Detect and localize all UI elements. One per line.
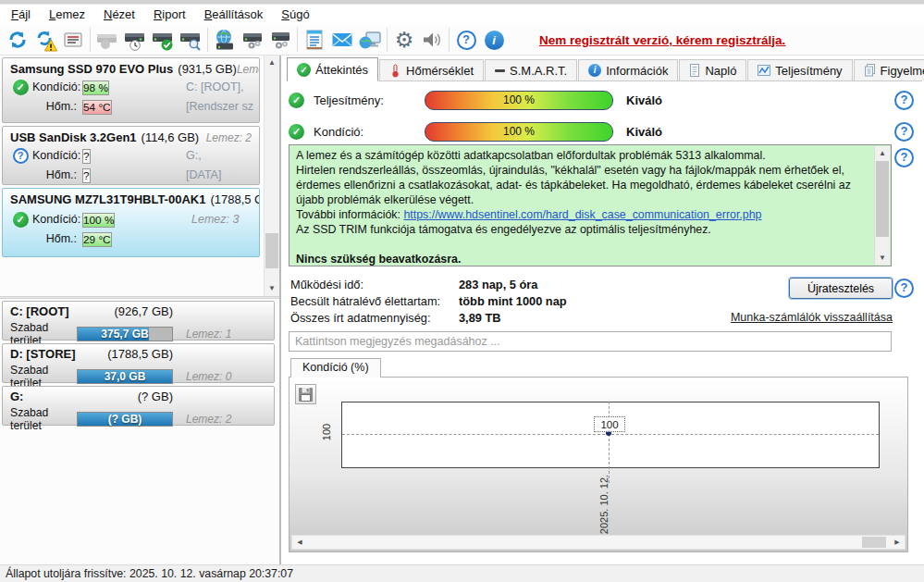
- retest-button[interactable]: Újratesztelés: [789, 278, 893, 299]
- disk-title: USB SanDisk 3.2Gen1: [10, 130, 137, 144]
- condition-rating: Kiváló: [626, 125, 662, 139]
- free-space-bar: 375,7 GB: [77, 327, 173, 341]
- scrollbar-thumb[interactable]: [265, 233, 278, 268]
- tab-information[interactable]: i Információk: [578, 59, 678, 80]
- menu-bar: Fájl Lemez Nézet Riport Beállítások Súgó: [0, 5, 924, 25]
- message-line: újabb problémák elkerülése végett.: [296, 192, 867, 207]
- help-icon[interactable]: ?: [452, 26, 480, 54]
- tab-temperature[interactable]: Hőmérséklet: [379, 59, 484, 80]
- disk-volume-note: [DATA]: [186, 168, 253, 181]
- chart-tab-condition[interactable]: Kondíció (%): [290, 358, 381, 378]
- partition-item-g[interactable]: G: (? GB) Szabad terület (? GB) Lemez: 2: [2, 386, 275, 426]
- refresh-warning-icon[interactable]: [31, 26, 59, 54]
- menu-report[interactable]: Riport: [144, 5, 195, 25]
- reset-counters-link[interactable]: Munka-számlálók visszaállítása: [670, 311, 893, 324]
- comment-input[interactable]: [289, 331, 892, 352]
- power-on-time-label: Működési idő:: [290, 278, 459, 291]
- scroll-left-icon[interactable]: ◀: [292, 536, 307, 549]
- disk-item-2[interactable]: USB SanDisk 3.2Gen1 (114,6 GB) Lemez: 2 …: [2, 126, 260, 185]
- scroll-up-icon[interactable]: ▲: [265, 56, 279, 70]
- report-icon[interactable]: [59, 26, 87, 54]
- menu-help[interactable]: Súgó: [272, 5, 318, 25]
- scroll-down-icon[interactable]: ▼: [265, 281, 279, 296]
- disk-tools-icon[interactable]: [266, 26, 294, 54]
- tab-smart[interactable]: S.M.A.R.T.: [485, 59, 577, 80]
- performance-row: ✓ Teljesítmény: 100 % Kiváló: [289, 89, 662, 111]
- disk-surface-test-icon[interactable]: [177, 26, 204, 54]
- scroll-up-icon[interactable]: ▲: [875, 146, 890, 160]
- temp-bar: 29 °C: [82, 232, 112, 247]
- toolbar-separator: [449, 28, 450, 52]
- message-line: A lemez és a számítógép közötti adatkapc…: [296, 148, 867, 163]
- disk-item-1[interactable]: Samsung SSD 970 EVO Plus (931,5 GB) Leme…: [2, 57, 260, 123]
- tab-warnings[interactable]: Figyelmeztetések: [854, 59, 924, 80]
- menu-disk[interactable]: Lemez: [40, 5, 94, 25]
- partition-item-d[interactable]: D: [STORE] (1788,5 GB) Szabad terület 37…: [2, 343, 275, 383]
- scrollbar-thumb[interactable]: [876, 161, 889, 237]
- disk-offline-icon[interactable]: [93, 26, 121, 54]
- toolbar: ⚙ ? i Nem regisztrált verzió, kérem regi…: [0, 25, 924, 56]
- condition-help-icon[interactable]: ?: [894, 122, 914, 142]
- sound-alerts-icon[interactable]: [418, 26, 446, 54]
- tab-overview[interactable]: ✓ Áttekintés: [287, 57, 378, 81]
- refresh-icon[interactable]: [4, 26, 31, 54]
- free-space-bar: 37,0 GB: [77, 369, 173, 384]
- quick-notes-icon[interactable]: [301, 26, 328, 54]
- partition-item-c[interactable]: C: [ROOT] (926,7 GB) Szabad terület 375,…: [2, 301, 275, 341]
- disk-number: Lemez: 1: [237, 63, 260, 76]
- send-email-icon[interactable]: [328, 26, 356, 54]
- message-line: érdemes ellenőrizni a csatlakozásokat, a…: [296, 178, 867, 192]
- disk-hardware-icon[interactable]: [239, 26, 266, 54]
- info-circle-icon: i: [588, 64, 601, 77]
- save-chart-button[interactable]: [295, 384, 316, 404]
- disk-size: (114,6 GB): [142, 130, 200, 144]
- disk-item-3-selected[interactable]: SAMSUNG MZ7L31T9HBLT-00AK1 (1788,5 GB) ✓…: [2, 188, 260, 257]
- registration-notice-link[interactable]: Nem regisztrált verzió, kérem regisztrál…: [539, 33, 785, 47]
- menu-file[interactable]: Fájl: [2, 5, 40, 25]
- free-space-bar: (? GB): [77, 412, 173, 427]
- tab-bar: ✓ Áttekintés Hőmérséklet S.M.A.R.T. i In…: [287, 57, 922, 81]
- network-disks-icon[interactable]: [211, 26, 239, 54]
- check-circle-icon: ✓: [297, 63, 311, 77]
- disk-list-scrollbar[interactable]: ▲ ▼: [264, 56, 279, 296]
- lifetime-value: több mint 1000 nap: [459, 294, 567, 308]
- condition-label: Kondíció:: [32, 213, 82, 226]
- more-info-label: További információk:: [296, 208, 403, 221]
- performance-help-icon[interactable]: ?: [894, 91, 914, 110]
- ok-status-icon: ✓: [289, 124, 304, 140]
- disk-list: Samsung SSD 970 EVO Plus (931,5 GB) Leme…: [0, 56, 279, 296]
- y-axis-tick: 100: [321, 408, 332, 456]
- floppy-save-icon: [298, 387, 314, 402]
- toolbar-separator: [297, 28, 298, 52]
- app-window: Fájl Lemez Nézet Riport Beállítások Súgó: [0, 0, 924, 582]
- tab-log[interactable]: Napló: [679, 59, 746, 80]
- data-point-label: 100: [594, 416, 625, 432]
- disk-title: SAMSUNG MZ7L31T9HBLT-00AK1: [10, 192, 205, 206]
- menu-view[interactable]: Nézet: [94, 5, 144, 25]
- disk-schedule-icon[interactable]: [121, 26, 149, 54]
- message-scrollbar[interactable]: ▲ ▼: [874, 146, 890, 265]
- condition-gauge: 100 %: [425, 122, 613, 142]
- power-on-time-value: 283 nap, 5 óra: [459, 278, 537, 291]
- message-help-icon[interactable]: ?: [894, 148, 914, 167]
- disk-test-ok-icon[interactable]: [149, 26, 177, 54]
- remote-monitoring-icon[interactable]: [356, 26, 384, 54]
- tab-performance[interactable]: Teljesítmény: [747, 59, 852, 80]
- settings-gear-icon[interactable]: ⚙: [390, 26, 418, 54]
- menu-settings[interactable]: Beállítások: [195, 5, 273, 25]
- partition-name: D: [STORE]: [10, 347, 76, 361]
- toolbar-separator: [387, 28, 388, 52]
- disk-unknown-icon: ?: [13, 148, 29, 164]
- scroll-down-icon[interactable]: ▼: [875, 251, 890, 265]
- more-info-link[interactable]: https://www.hdsentinel.com/hard_disk_cas…: [403, 208, 761, 221]
- disk-volumes: G:,: [186, 149, 253, 162]
- temp-label: Hőm.:: [32, 100, 82, 113]
- performance-gauge: 100 %: [425, 91, 613, 110]
- disk-volumes: C: [ROOT],: [186, 80, 253, 93]
- scroll-right-icon[interactable]: ▶: [890, 536, 905, 549]
- scrollbar-thumb[interactable]: [862, 537, 886, 548]
- partition-list: C: [ROOT] (926,7 GB) Szabad terület 375,…: [0, 299, 279, 564]
- retest-help-icon[interactable]: ?: [894, 279, 914, 298]
- about-info-icon[interactable]: i: [480, 26, 508, 54]
- chart-horizontal-scrollbar[interactable]: ◀ ▶: [291, 535, 906, 550]
